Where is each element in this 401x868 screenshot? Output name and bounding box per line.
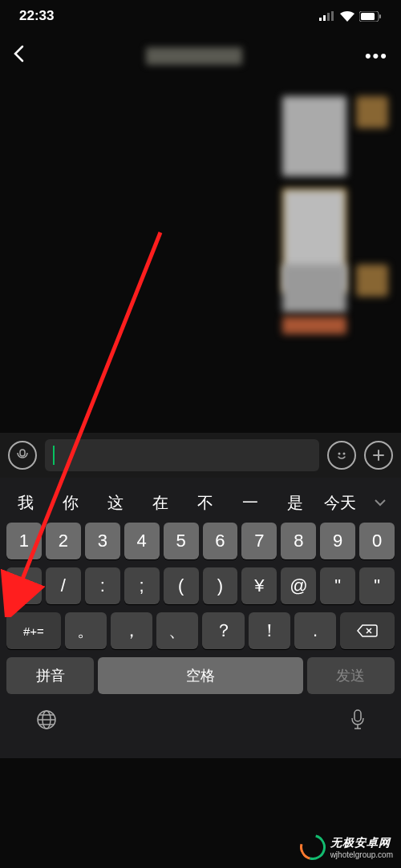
svg-rect-5: [361, 13, 375, 20]
key-semicolon[interactable]: ;: [124, 567, 160, 604]
key-more-symbols[interactable]: #+=: [6, 612, 61, 649]
key-2[interactable]: 2: [46, 523, 81, 559]
watermark: 无极安卓网 wjhotelgroup.com: [300, 834, 393, 860]
key-slash[interactable]: /: [46, 567, 81, 604]
key-paren-open[interactable]: (: [164, 567, 199, 604]
status-bar: 22:33: [0, 0, 401, 32]
key-pinyin-mode[interactable]: 拼音: [6, 657, 94, 694]
suggestion-item[interactable]: 我: [3, 492, 48, 514]
avatar-blurred: [356, 264, 388, 297]
watermark-text: 无极安卓网 wjhotelgroup.com: [330, 836, 393, 859]
suggestions-collapse-icon[interactable]: [363, 499, 398, 507]
key-quote-open[interactable]: ": [320, 567, 355, 604]
suggestion-item[interactable]: 是: [273, 492, 318, 514]
key-row-punct: #+= 。 ， 、 ？ ！ .: [3, 612, 398, 649]
chat-messages-area[interactable]: [0, 80, 401, 433]
key-yen[interactable]: ¥: [241, 567, 277, 604]
key-exclaim-cn[interactable]: ！: [249, 612, 290, 649]
attachment-plus-button[interactable]: [364, 441, 393, 470]
svg-rect-2: [327, 13, 330, 21]
key-send[interactable]: 发送: [307, 657, 395, 694]
keyboard-footer: [3, 700, 398, 750]
globe-icon[interactable]: [35, 709, 58, 734]
status-time: 22:33: [19, 8, 54, 24]
key-comma-cn[interactable]: ，: [111, 612, 152, 649]
suggestion-item[interactable]: 一: [228, 492, 273, 514]
emoji-button[interactable]: [327, 441, 356, 470]
key-9[interactable]: 9: [320, 523, 355, 559]
svg-rect-6: [379, 14, 381, 18]
suggestion-item[interactable]: 今天: [318, 492, 363, 514]
key-question-cn[interactable]: ？: [202, 612, 244, 649]
key-dash[interactable]: -: [6, 567, 42, 604]
nav-bar: •••: [0, 32, 401, 80]
watermark-logo-icon: [295, 830, 330, 865]
text-cursor: [53, 446, 55, 465]
key-5[interactable]: 5: [164, 523, 199, 559]
chat-title-blurred: [146, 47, 242, 65]
svg-point-7: [338, 453, 341, 455]
svg-point-8: [343, 453, 346, 455]
key-quote-close[interactable]: ": [359, 567, 395, 604]
svg-rect-11: [354, 710, 361, 721]
suggestion-row: 我 你 这 在 不 一 是 今天: [3, 482, 398, 523]
key-1[interactable]: 1: [6, 523, 42, 559]
message-input-row: [0, 433, 401, 478]
message-blurred: [282, 96, 346, 176]
key-8[interactable]: 8: [281, 523, 316, 559]
key-row-numbers: 1 2 3 4 5 6 7 8 9 0: [3, 523, 398, 559]
message-blurred: [282, 264, 346, 313]
key-at[interactable]: @: [281, 567, 316, 604]
key-backspace[interactable]: [340, 612, 395, 649]
avatar-blurred: [356, 96, 388, 128]
key-3[interactable]: 3: [85, 523, 120, 559]
wifi-icon: [340, 11, 354, 22]
back-button[interactable]: [13, 45, 24, 67]
key-7[interactable]: 7: [241, 523, 277, 559]
key-6[interactable]: 6: [203, 523, 238, 559]
key-4[interactable]: 4: [124, 523, 160, 559]
key-paren-close[interactable]: ): [203, 567, 238, 604]
key-space[interactable]: 空格: [98, 657, 302, 694]
key-0[interactable]: 0: [359, 523, 395, 559]
key-period-cn[interactable]: 。: [65, 612, 107, 649]
suggestion-item[interactable]: 这: [93, 492, 138, 514]
more-menu-button[interactable]: •••: [365, 46, 388, 67]
suggestion-item[interactable]: 不: [183, 492, 228, 514]
suggestion-item[interactable]: 在: [138, 492, 183, 514]
message-text-input[interactable]: [45, 439, 319, 471]
svg-rect-0: [319, 18, 322, 21]
key-row-bottom: 拼音 空格 发送: [3, 657, 398, 694]
svg-rect-3: [331, 11, 334, 21]
key-row-symbols: - / : ; ( ) ¥ @ " ": [3, 567, 398, 604]
suggestion-item[interactable]: 你: [48, 492, 93, 514]
microphone-icon[interactable]: [350, 709, 366, 734]
key-colon[interactable]: :: [85, 567, 120, 604]
voice-input-button[interactable]: [8, 441, 37, 470]
svg-rect-1: [323, 15, 326, 21]
key-period[interactable]: .: [294, 612, 336, 649]
battery-icon: [359, 11, 382, 22]
key-enum-comma[interactable]: 、: [156, 612, 198, 649]
keyboard: 我 你 这 在 不 一 是 今天 1 2 3 4 5 6 7 8 9 0 - /…: [0, 478, 401, 758]
status-icons: [319, 11, 382, 22]
signal-icon: [319, 11, 335, 21]
message-blurred: [282, 317, 346, 334]
